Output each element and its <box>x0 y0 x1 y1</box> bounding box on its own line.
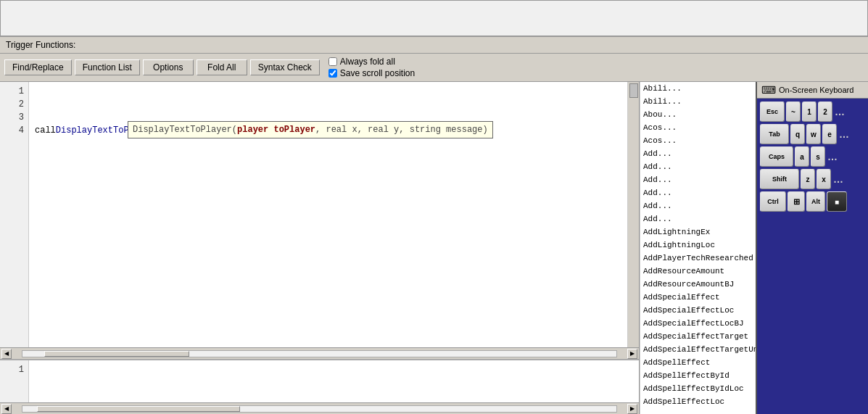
list-item[interactable]: AddLightningEx <box>640 225 756 239</box>
list-item[interactable]: AddSpecialEffect <box>640 291 756 304</box>
bottom-line-numbers: 1 <box>0 360 29 402</box>
bottom-scroll-thumb[interactable] <box>37 406 240 412</box>
trigger-section: Trigger Functions: Find/Replace Function… <box>0 36 868 414</box>
key-2[interactable]: 2 <box>818 102 832 122</box>
list-item[interactable]: AddResourceAmount <box>640 265 756 278</box>
bottom-line-num-1: 1 <box>4 363 24 376</box>
s-key[interactable]: s <box>811 146 825 167</box>
list-item[interactable]: Abou... <box>640 108 756 121</box>
list-item[interactable]: Abili... <box>640 82 756 95</box>
list-item[interactable]: Add... <box>640 147 756 160</box>
w-key[interactable]: w <box>806 124 821 144</box>
fold-all-button[interactable]: Fold All <box>197 59 247 75</box>
trigger-label: Trigger Functions: <box>0 37 868 54</box>
ctrl-key[interactable]: Ctrl <box>760 191 786 212</box>
function-list-button[interactable]: Function List <box>75 59 140 75</box>
list-item[interactable]: AddSpellEffectByIdLoc <box>640 382 756 395</box>
list-item[interactable]: Add... <box>640 212 756 225</box>
key-row-1: Esc ~ 1 2 … <box>760 102 865 122</box>
list-item[interactable]: Acos... <box>640 134 756 147</box>
list-item[interactable]: AddSpecialEffectLoc <box>640 304 756 317</box>
always-fold-label: Always fold all <box>340 57 395 67</box>
bottom-scroll-track[interactable] <box>22 405 617 413</box>
alt-key[interactable]: Alt <box>806 191 825 212</box>
key-row-3: Caps a s … <box>760 146 865 167</box>
list-item[interactable]: AddResourceAmountBJ <box>640 278 756 291</box>
list-item[interactable]: Add... <box>640 160 756 173</box>
toolbar: Find/Replace Function List Options Fold … <box>0 54 868 82</box>
caps-key[interactable]: Caps <box>760 146 793 167</box>
toolbar-checkboxes: Always fold all Save scroll position <box>328 57 415 78</box>
ellipsis-2: … <box>838 124 850 144</box>
list-item[interactable]: AddLightningLoc <box>640 239 756 252</box>
tab-key[interactable]: Tab <box>760 124 789 144</box>
syntax-check-button[interactable]: Syntax Check <box>250 59 320 75</box>
scroll-left-arrow[interactable]: ◀ <box>1 349 12 359</box>
minimap <box>627 82 639 347</box>
options-button[interactable]: Options <box>143 59 194 75</box>
list-item[interactable]: AddSpellEffect <box>640 356 756 369</box>
scroll-thumb[interactable] <box>44 351 189 357</box>
list-item[interactable]: Abili... <box>640 95 756 108</box>
find-replace-button[interactable]: Find/Replace <box>4 59 72 75</box>
line-num-3: 3 <box>4 111 24 124</box>
list-item[interactable]: AddSpellEffectLoc <box>640 395 756 408</box>
keyboard-panel: ⌨ On-Screen Keyboard Esc ~ 1 2 … Tab <box>756 82 868 414</box>
x-key[interactable]: x <box>817 169 831 189</box>
bottom-scrollbar: ◀ ▶ <box>0 402 639 414</box>
list-item[interactable]: AddSpellEffectById <box>640 369 756 382</box>
keyboard-title: ⌨ On-Screen Keyboard <box>757 82 868 99</box>
esc-key[interactable]: Esc <box>760 102 785 122</box>
a-key[interactable]: a <box>795 146 809 167</box>
main-container: Trigger Functions: Find/Replace Function… <box>0 0 868 414</box>
list-item[interactable]: Add... <box>640 173 756 186</box>
win-key[interactable]: ⊞ <box>788 191 805 212</box>
autocomplete-suffix: , real x, real y, string message) <box>315 125 488 135</box>
content-area: 1 2 3 4 call DisplayTextToPlayer <box>0 82 868 414</box>
code-line-1 <box>35 85 621 98</box>
editor-scrollbar: ◀ ▶ <box>0 347 639 359</box>
key-row-5: Ctrl ⊞ Alt ■ <box>760 191 865 212</box>
always-fold-row: Always fold all <box>328 57 415 67</box>
code-line-2 <box>35 98 621 111</box>
ellipsis-3: … <box>827 146 838 167</box>
list-item[interactable]: AddSpecialEffectLocBJ <box>640 317 756 330</box>
code-editor[interactable]: call DisplayTextToPlayer DisplayTextToPl… <box>29 82 627 347</box>
autocomplete-param: player toPlayer <box>237 125 315 135</box>
save-scroll-checkbox[interactable] <box>328 69 337 78</box>
list-item[interactable]: AddSpecialEffectTargetUnitBJ <box>640 343 756 356</box>
key-row-4: Shift z x … <box>760 169 865 189</box>
line-numbers: 1 2 3 4 <box>0 82 29 347</box>
bottom-editor: 1 <box>0 359 639 402</box>
q-key[interactable]: q <box>790 124 805 144</box>
e-key[interactable]: e <box>822 124 837 144</box>
autocomplete-popup: DisplayTextToPlayer(player toPlayer, rea… <box>128 121 493 138</box>
list-item[interactable]: AddSpecialEffectTarget <box>640 330 756 343</box>
keyboard-title-text: On-Screen Keyboard <box>779 86 853 94</box>
editor-panel: 1 2 3 4 call DisplayTextToPlayer <box>0 82 640 414</box>
space-key[interactable]: ■ <box>827 191 847 212</box>
save-scroll-row: Save scroll position <box>328 68 415 78</box>
line-num-4: 4 <box>4 124 24 137</box>
scroll-track[interactable] <box>22 350 617 357</box>
keyboard-icon: ⌨ <box>761 84 776 96</box>
key-1[interactable]: 1 <box>802 102 817 122</box>
minimap-thumb[interactable] <box>629 83 638 98</box>
scroll-right-arrow[interactable]: ▶ <box>627 349 637 359</box>
top-preview <box>0 0 868 36</box>
ellipsis-4: … <box>832 169 844 189</box>
bottom-code-area[interactable] <box>29 360 639 402</box>
shift-key[interactable]: Shift <box>760 169 799 189</box>
line-num-2: 2 <box>4 98 24 111</box>
tilde-key[interactable]: ~ <box>786 102 801 122</box>
bottom-scroll-right[interactable]: ▶ <box>627 404 637 414</box>
bottom-scroll-left[interactable]: ◀ <box>1 404 12 414</box>
autocomplete-fn: DisplayTextToPlayer( <box>133 125 237 135</box>
list-item[interactable]: Add... <box>640 199 756 212</box>
z-key[interactable]: z <box>801 169 815 189</box>
list-item[interactable]: Add... <box>640 186 756 199</box>
keyboard-keys: Esc ~ 1 2 … Tab q w e … <box>757 99 868 215</box>
list-item[interactable]: Acos... <box>640 121 756 134</box>
always-fold-checkbox[interactable] <box>328 57 337 66</box>
list-item[interactable]: AddPlayerTechResearched <box>640 252 756 265</box>
